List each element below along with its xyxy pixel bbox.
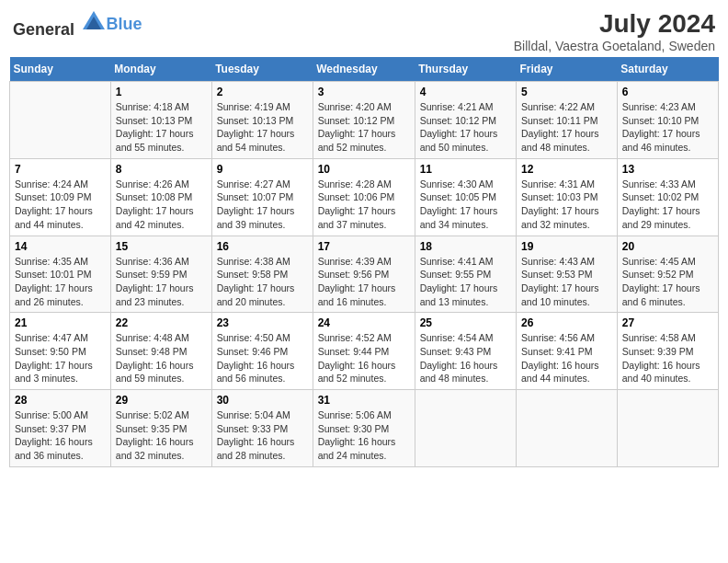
day-info: Sunrise: 4:54 AM Sunset: 9:43 PM Dayligh… <box>420 332 498 384</box>
day-header-friday: Friday <box>516 57 617 82</box>
calendar-cell: 23Sunrise: 4:50 AM Sunset: 9:46 PM Dayli… <box>211 313 313 390</box>
calendar-cell: 17Sunrise: 4:39 AM Sunset: 9:56 PM Dayli… <box>313 236 415 313</box>
day-info: Sunrise: 4:33 AM Sunset: 10:02 PM Daylig… <box>622 178 700 230</box>
day-info: Sunrise: 4:18 AM Sunset: 10:13 PM Daylig… <box>116 101 194 153</box>
day-number: 19 <box>521 240 612 253</box>
logo-blue-text: Blue <box>107 15 142 33</box>
calendar-cell: 13Sunrise: 4:33 AM Sunset: 10:02 PM Dayl… <box>617 158 718 236</box>
day-header-saturday: Saturday <box>617 57 718 82</box>
day-number: 26 <box>521 316 612 329</box>
day-info: Sunrise: 4:45 AM Sunset: 9:52 PM Dayligh… <box>622 256 700 307</box>
week-row-4: 21Sunrise: 4:47 AM Sunset: 9:50 PM Dayli… <box>10 313 719 390</box>
day-number: 31 <box>318 394 410 407</box>
calendar-cell: 11Sunrise: 4:30 AM Sunset: 10:05 PM Dayl… <box>415 158 516 236</box>
day-header-sunday: Sunday <box>10 57 111 82</box>
day-number: 8 <box>116 163 207 176</box>
calendar-cell: 10Sunrise: 4:28 AM Sunset: 10:06 PM Dayl… <box>313 158 415 236</box>
day-number: 29 <box>116 394 207 407</box>
day-number: 20 <box>622 240 713 253</box>
day-info: Sunrise: 4:36 AM Sunset: 9:59 PM Dayligh… <box>116 256 194 307</box>
day-info: Sunrise: 4:21 AM Sunset: 10:12 PM Daylig… <box>420 101 498 153</box>
calendar-cell: 20Sunrise: 4:45 AM Sunset: 9:52 PM Dayli… <box>617 236 718 313</box>
day-number: 28 <box>15 394 106 407</box>
day-number: 11 <box>420 163 511 176</box>
day-number: 15 <box>116 240 207 253</box>
day-number: 25 <box>420 316 511 329</box>
day-number: 14 <box>15 240 106 253</box>
calendar-cell: 16Sunrise: 4:38 AM Sunset: 9:58 PM Dayli… <box>211 236 313 313</box>
calendar-cell: 6Sunrise: 4:23 AM Sunset: 10:10 PM Dayli… <box>617 82 718 159</box>
day-number: 12 <box>521 163 612 176</box>
day-number: 21 <box>15 316 106 329</box>
calendar-cell: 29Sunrise: 5:02 AM Sunset: 9:35 PM Dayli… <box>110 390 211 467</box>
day-info: Sunrise: 4:28 AM Sunset: 10:06 PM Daylig… <box>318 178 396 230</box>
calendar-cell: 18Sunrise: 4:41 AM Sunset: 9:55 PM Dayli… <box>415 236 516 313</box>
day-number: 5 <box>521 86 612 98</box>
day-number: 30 <box>217 394 308 407</box>
day-number: 2 <box>217 86 308 98</box>
day-info: Sunrise: 4:26 AM Sunset: 10:08 PM Daylig… <box>116 178 194 230</box>
day-info: Sunrise: 4:43 AM Sunset: 9:53 PM Dayligh… <box>521 256 599 307</box>
calendar-cell <box>516 390 617 467</box>
day-info: Sunrise: 4:38 AM Sunset: 9:58 PM Dayligh… <box>217 256 295 307</box>
week-row-3: 14Sunrise: 4:35 AM Sunset: 10:01 PM Dayl… <box>10 236 719 313</box>
calendar-table: SundayMondayTuesdayWednesdayThursdayFrid… <box>9 57 719 467</box>
day-info: Sunrise: 5:04 AM Sunset: 9:33 PM Dayligh… <box>217 409 295 461</box>
day-header-wednesday: Wednesday <box>313 57 415 82</box>
calendar-cell: 3Sunrise: 4:20 AM Sunset: 10:12 PM Dayli… <box>313 82 415 159</box>
title-area: July 2024 Billdal, Vaestra Goetaland, Sw… <box>514 9 715 53</box>
day-info: Sunrise: 5:06 AM Sunset: 9:30 PM Dayligh… <box>318 409 396 461</box>
calendar-cell: 8Sunrise: 4:26 AM Sunset: 10:08 PM Dayli… <box>110 158 211 236</box>
calendar-body: 1Sunrise: 4:18 AM Sunset: 10:13 PM Dayli… <box>10 82 719 467</box>
calendar-cell: 12Sunrise: 4:31 AM Sunset: 10:03 PM Dayl… <box>516 158 617 236</box>
day-number: 7 <box>15 163 106 176</box>
logo-general-text: General <box>13 20 74 39</box>
calendar-cell: 14Sunrise: 4:35 AM Sunset: 10:01 PM Dayl… <box>10 236 111 313</box>
day-number: 22 <box>116 316 207 329</box>
day-info: Sunrise: 4:23 AM Sunset: 10:10 PM Daylig… <box>622 101 700 153</box>
page-header: General Blue July 2024 Billdal, Vaestra … <box>9 9 719 53</box>
day-info: Sunrise: 4:20 AM Sunset: 10:12 PM Daylig… <box>318 101 396 153</box>
day-number: 3 <box>318 86 410 98</box>
day-info: Sunrise: 4:39 AM Sunset: 9:56 PM Dayligh… <box>318 256 396 307</box>
day-number: 1 <box>116 86 207 98</box>
day-number: 17 <box>318 240 410 253</box>
main-title: July 2024 <box>514 9 715 39</box>
calendar-cell: 28Sunrise: 5:00 AM Sunset: 9:37 PM Dayli… <box>10 390 111 467</box>
day-info: Sunrise: 4:24 AM Sunset: 10:09 PM Daylig… <box>15 178 93 230</box>
day-info: Sunrise: 4:35 AM Sunset: 10:01 PM Daylig… <box>15 256 93 307</box>
calendar-cell: 26Sunrise: 4:56 AM Sunset: 9:41 PM Dayli… <box>516 313 617 390</box>
calendar-cell: 15Sunrise: 4:36 AM Sunset: 9:59 PM Dayli… <box>110 236 211 313</box>
calendar-cell <box>10 82 111 159</box>
calendar-cell: 25Sunrise: 4:54 AM Sunset: 9:43 PM Dayli… <box>415 313 516 390</box>
day-info: Sunrise: 4:58 AM Sunset: 9:39 PM Dayligh… <box>622 332 700 384</box>
day-number: 4 <box>420 86 511 98</box>
day-info: Sunrise: 4:30 AM Sunset: 10:05 PM Daylig… <box>420 178 498 230</box>
day-info: Sunrise: 4:27 AM Sunset: 10:07 PM Daylig… <box>217 178 295 230</box>
day-info: Sunrise: 4:56 AM Sunset: 9:41 PM Dayligh… <box>521 332 599 384</box>
calendar-cell: 5Sunrise: 4:22 AM Sunset: 10:11 PM Dayli… <box>516 82 617 159</box>
day-number: 23 <box>217 316 308 329</box>
calendar-cell <box>415 390 516 467</box>
week-row-1: 1Sunrise: 4:18 AM Sunset: 10:13 PM Dayli… <box>10 82 719 159</box>
calendar-cell: 4Sunrise: 4:21 AM Sunset: 10:12 PM Dayli… <box>415 82 516 159</box>
day-info: Sunrise: 4:31 AM Sunset: 10:03 PM Daylig… <box>521 178 599 230</box>
day-number: 9 <box>217 163 308 176</box>
day-number: 27 <box>622 316 713 329</box>
calendar-cell: 27Sunrise: 4:58 AM Sunset: 9:39 PM Dayli… <box>617 313 718 390</box>
day-info: Sunrise: 4:47 AM Sunset: 9:50 PM Dayligh… <box>15 332 93 384</box>
calendar-cell: 7Sunrise: 4:24 AM Sunset: 10:09 PM Dayli… <box>10 158 111 236</box>
calendar-cell: 2Sunrise: 4:19 AM Sunset: 10:13 PM Dayli… <box>211 82 313 159</box>
day-number: 16 <box>217 240 308 253</box>
day-info: Sunrise: 4:19 AM Sunset: 10:13 PM Daylig… <box>217 101 295 153</box>
calendar-cell <box>617 390 718 467</box>
calendar-cell: 30Sunrise: 5:04 AM Sunset: 9:33 PM Dayli… <box>211 390 313 467</box>
day-info: Sunrise: 5:00 AM Sunset: 9:37 PM Dayligh… <box>15 409 93 461</box>
day-info: Sunrise: 4:41 AM Sunset: 9:55 PM Dayligh… <box>420 256 498 307</box>
logo: General Blue <box>13 9 142 40</box>
day-number: 6 <box>622 86 713 98</box>
calendar-cell: 19Sunrise: 4:43 AM Sunset: 9:53 PM Dayli… <box>516 236 617 313</box>
day-number: 10 <box>318 163 410 176</box>
logo-icon <box>81 9 107 35</box>
week-row-2: 7Sunrise: 4:24 AM Sunset: 10:09 PM Dayli… <box>10 158 719 236</box>
